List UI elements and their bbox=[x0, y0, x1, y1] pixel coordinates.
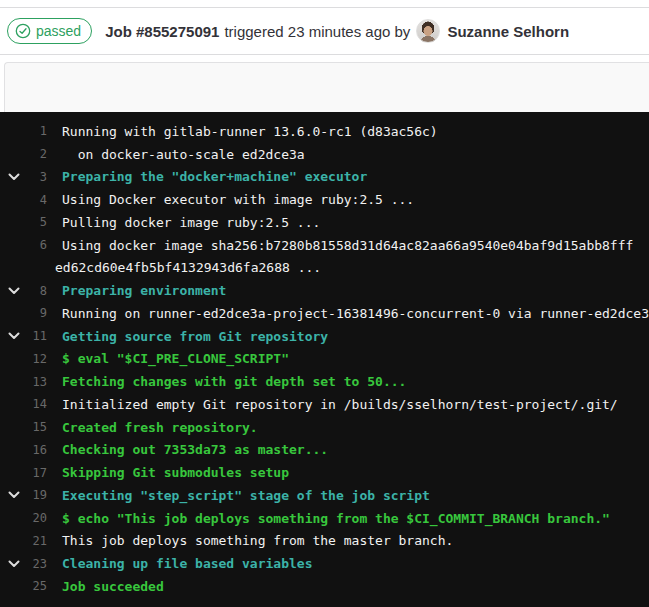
log-text: Preparing the "docker+machine" executor bbox=[62, 169, 367, 184]
avatar[interactable] bbox=[416, 19, 440, 43]
log-text: Preparing environment bbox=[62, 283, 226, 298]
line-number[interactable]: 14 bbox=[28, 397, 47, 411]
job-log[interactable]: 1Running with gitlab-runner 13.6.0-rc1 (… bbox=[0, 112, 649, 607]
line-number[interactable]: 1 bbox=[28, 124, 47, 138]
line-number[interactable]: 16 bbox=[28, 443, 47, 457]
line-number[interactable]: 13 bbox=[28, 375, 47, 389]
line-number[interactable]: 8 bbox=[28, 284, 47, 298]
status-badge: passed bbox=[7, 18, 92, 44]
log-line: 19Executing "step_script" stage of the j… bbox=[0, 484, 649, 507]
line-number[interactable]: 9 bbox=[28, 306, 47, 320]
log-text: Running with gitlab-runner 13.6.0-rc1 (d… bbox=[62, 124, 438, 139]
log-text: ed62cd60e4fb5bf4132943d6fa2688 ... bbox=[55, 260, 321, 275]
log-line: ed62cd60e4fb5bf4132943d6fa2688 ... bbox=[0, 257, 649, 280]
job-page: passed Job #855275091 triggered 23 minut… bbox=[0, 0, 649, 607]
log-text: Initialized empty Git repository in /bui… bbox=[62, 397, 618, 412]
log-line: 15Created fresh repository. bbox=[0, 416, 649, 439]
log-line: 20$ echo "This job deploys something fro… bbox=[0, 507, 649, 530]
line-number[interactable]: 20 bbox=[28, 511, 47, 525]
log-line: 4Using Docker executor with image ruby:2… bbox=[0, 188, 649, 211]
log-line: 21This job deploys something from the ma… bbox=[0, 530, 649, 553]
log-text: Using docker image sha256:b7280b81558d31… bbox=[62, 238, 633, 253]
chevron-down-icon[interactable] bbox=[0, 560, 28, 568]
log-text: Pulling docker image ruby:2.5 ... bbox=[62, 215, 320, 230]
line-number[interactable]: 2 bbox=[28, 147, 47, 161]
log-line: 11Getting source from Git repository bbox=[0, 325, 649, 348]
log-text: Cleaning up file based variables bbox=[62, 556, 312, 571]
chevron-down-icon[interactable] bbox=[0, 287, 28, 295]
line-number[interactable]: 17 bbox=[28, 466, 47, 480]
log-line: 3Preparing the "docker+machine" executor bbox=[0, 166, 649, 189]
log-line: 6Using docker image sha256:b7280b81558d3… bbox=[0, 234, 649, 257]
log-text: $ eval "$CI_PRE_CLONE_SCRIPT" bbox=[62, 351, 289, 366]
user-name[interactable]: Suzanne Selhorn bbox=[447, 23, 569, 40]
log-text: This job deploys something from the mast… bbox=[62, 533, 453, 548]
line-number[interactable]: 25 bbox=[28, 579, 47, 593]
log-line: 5Pulling docker image ruby:2.5 ... bbox=[0, 211, 649, 234]
log-line: 2 on docker-auto-scale ed2dce3a bbox=[0, 143, 649, 166]
log-text: Fetching changes with git depth set to 5… bbox=[62, 374, 406, 389]
log-line: 8Preparing environment bbox=[0, 279, 649, 302]
log-line: 17Skipping Git submodules setup bbox=[0, 461, 649, 484]
log-line: 13Fetching changes with git depth set to… bbox=[0, 370, 649, 393]
log-line: 23Cleaning up file based variables bbox=[0, 552, 649, 575]
line-number[interactable]: 12 bbox=[28, 352, 47, 366]
line-number[interactable]: 5 bbox=[28, 215, 47, 229]
job-title: Job #855275091 triggered 23 minutes ago … bbox=[105, 23, 410, 40]
chevron-down-icon[interactable] bbox=[0, 332, 28, 340]
line-number[interactable]: 4 bbox=[28, 193, 47, 207]
line-number[interactable]: 3 bbox=[28, 170, 47, 184]
chevron-down-icon[interactable] bbox=[0, 173, 28, 181]
line-number[interactable]: 6 bbox=[28, 238, 47, 252]
log-text: Running on runner-ed2dce3a-project-16381… bbox=[62, 306, 649, 321]
log-line: 16Checking out 7353da73 as master... bbox=[0, 439, 649, 462]
log-text: Job succeeded bbox=[62, 579, 164, 594]
log-text: on docker-auto-scale ed2dce3a bbox=[62, 147, 305, 162]
log-text: Created fresh repository. bbox=[62, 420, 258, 435]
line-number[interactable]: 21 bbox=[28, 534, 47, 548]
log-line: 12$ eval "$CI_PRE_CLONE_SCRIPT" bbox=[0, 348, 649, 371]
line-number[interactable]: 23 bbox=[28, 557, 47, 571]
job-log-lines: 1Running with gitlab-runner 13.6.0-rc1 (… bbox=[0, 120, 649, 598]
log-text: Skipping Git submodules setup bbox=[62, 465, 289, 480]
log-line: 25Job succeeded bbox=[0, 575, 649, 598]
log-text: Getting source from Git repository bbox=[62, 329, 328, 344]
job-id: Job #855275091 bbox=[105, 23, 219, 40]
log-line: 14Initialized empty Git repository in /b… bbox=[0, 393, 649, 416]
chevron-down-icon[interactable] bbox=[0, 491, 28, 499]
job-header: passed Job #855275091 triggered 23 minut… bbox=[0, 8, 649, 55]
line-number[interactable]: 15 bbox=[28, 420, 47, 434]
log-line: 1Running with gitlab-runner 13.6.0-rc1 (… bbox=[0, 120, 649, 143]
line-number[interactable]: 19 bbox=[28, 488, 47, 502]
log-line: 9Running on runner-ed2dce3a-project-1638… bbox=[0, 302, 649, 325]
triggered-text: triggered 23 minutes ago by bbox=[224, 23, 410, 40]
status-badge-label: passed bbox=[36, 23, 81, 39]
line-number[interactable]: 11 bbox=[28, 329, 47, 343]
log-text: Checking out 7353da73 as master... bbox=[62, 442, 328, 457]
log-text: Using Docker executor with image ruby:2.… bbox=[62, 192, 414, 207]
log-controls-band bbox=[4, 62, 649, 113]
log-text: $ echo "This job deploys something from … bbox=[62, 511, 610, 526]
status-passed-icon bbox=[15, 23, 31, 39]
log-text: Executing "step_script" stage of the job… bbox=[62, 488, 430, 503]
